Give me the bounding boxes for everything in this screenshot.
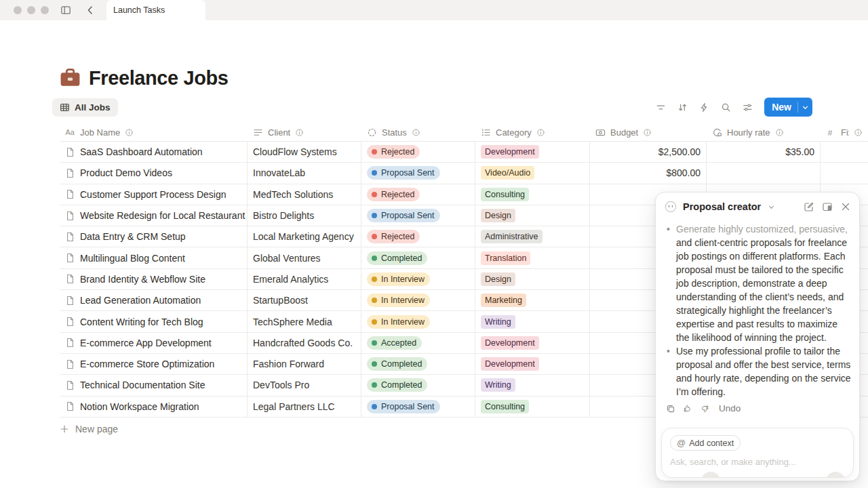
client-cell[interactable]: Bistro Delights xyxy=(248,205,361,226)
column-header-status[interactable]: Status xyxy=(361,123,475,141)
search-icon[interactable] xyxy=(717,98,734,116)
status-cell[interactable]: Proposal Sent xyxy=(361,205,475,226)
category-cell[interactable]: Consulting xyxy=(475,184,590,205)
close-window-button[interactable] xyxy=(14,6,22,14)
column-header-budget[interactable]: Budget xyxy=(590,123,707,141)
add-context-button[interactable]: @ Add context xyxy=(670,435,741,451)
new-page-button[interactable]: New page xyxy=(60,422,118,436)
fixed-price-cell[interactable] xyxy=(821,142,868,162)
category-cell[interactable]: Development xyxy=(475,142,590,162)
status-cell[interactable]: Accepted xyxy=(361,333,475,353)
column-header-job-name[interactable]: AaJob Name xyxy=(60,123,248,141)
filter-icon[interactable] xyxy=(652,98,669,116)
client-cell[interactable]: Fashion Forward xyxy=(248,354,361,374)
fixed-price-cell[interactable] xyxy=(821,163,868,183)
browser-tab[interactable]: Launch Tasks xyxy=(106,0,205,20)
column-header-hourly-rate[interactable]: Hourly rate xyxy=(707,123,821,141)
edit-prompt-icon[interactable] xyxy=(804,201,814,212)
budget-cell[interactable]: $800.00 xyxy=(590,163,707,183)
open-side-peek-icon[interactable] xyxy=(822,201,833,212)
client-cell[interactable]: CloudFlow Systems xyxy=(248,142,361,162)
category-cell[interactable]: Administrative xyxy=(475,226,590,247)
table-row[interactable]: SaaS Dashboard AutomationCloudFlow Syste… xyxy=(60,142,868,163)
status-cell[interactable]: Rejected xyxy=(361,226,475,247)
category-cell[interactable]: Writing xyxy=(475,375,590,395)
column-header-client[interactable]: Client xyxy=(248,123,361,141)
category-cell[interactable]: Translation xyxy=(475,247,590,268)
status-cell[interactable]: In Interview xyxy=(361,290,475,310)
column-header-fixed-pr[interactable]: #Fixed pr xyxy=(821,123,868,141)
panel-bullet-list: •Generate highly customized, persuasive,… xyxy=(656,217,859,399)
category-cell[interactable]: Development xyxy=(475,333,590,353)
client-cell[interactable]: TechSphere Media xyxy=(248,311,361,331)
chevron-down-icon[interactable] xyxy=(768,203,775,211)
client-cell[interactable]: Global Ventures xyxy=(248,247,361,268)
panel-title[interactable]: Proposal creator xyxy=(683,201,761,212)
thumbs-down-icon[interactable] xyxy=(700,404,709,413)
status-cell[interactable]: Completed xyxy=(361,354,475,374)
column-header-category[interactable]: Category xyxy=(475,123,590,141)
view-settings-icon[interactable] xyxy=(738,98,756,116)
status-cell[interactable]: Rejected xyxy=(361,184,475,205)
job-name-cell[interactable]: Product Demo Videos xyxy=(60,163,248,183)
window-titlebar: Launch Tasks xyxy=(0,0,868,20)
sidebar-toggle-icon[interactable] xyxy=(60,4,72,16)
back-button[interactable] xyxy=(84,4,96,16)
hourly-rate-cell[interactable] xyxy=(707,163,821,183)
budget-cell[interactable]: $2,500.00 xyxy=(590,142,707,162)
job-name-cell[interactable]: Multilingual Blog Content xyxy=(60,247,248,268)
sort-icon[interactable] xyxy=(673,98,691,116)
table-row[interactable]: Product Demo VideosInnovateLabProposal S… xyxy=(60,163,868,184)
status-cell[interactable]: In Interview xyxy=(361,311,475,331)
thumbs-up-icon[interactable] xyxy=(683,404,692,413)
chevron-down-icon xyxy=(802,104,809,111)
status-cell[interactable]: In Interview xyxy=(361,269,475,289)
category-cell[interactable]: Design xyxy=(475,205,590,226)
category-cell[interactable]: Consulting xyxy=(475,396,590,417)
job-name-cell[interactable]: Technical Documentation Site xyxy=(60,375,248,395)
job-name-cell[interactable]: Brand Identity & Webflow Site xyxy=(60,269,248,289)
job-name-cell[interactable]: E-commerce App Development xyxy=(60,333,248,353)
client-cell[interactable]: InnovateLab xyxy=(248,163,361,183)
input-action-button-right[interactable] xyxy=(826,472,845,478)
client-cell[interactable]: Local Marketing Agency xyxy=(248,226,361,247)
automation-lightning-icon[interactable] xyxy=(695,98,713,116)
client-cell[interactable]: Legal Partners LLC xyxy=(248,396,361,417)
job-name-cell[interactable]: Notion Workspace Migration xyxy=(60,396,248,417)
undo-button[interactable]: Undo xyxy=(719,403,741,413)
hourly-rate-cell[interactable]: $35.00 xyxy=(707,142,821,162)
category-cell[interactable]: Design xyxy=(475,269,590,289)
minimize-window-button[interactable] xyxy=(27,6,35,14)
status-cell[interactable]: Rejected xyxy=(361,142,475,162)
new-button[interactable]: New xyxy=(764,98,812,117)
close-icon[interactable] xyxy=(840,201,851,212)
status-cell[interactable]: Completed xyxy=(361,247,475,268)
client-cell[interactable]: Handcrafted Goods Co. xyxy=(248,333,361,353)
view-tab-label: All Jobs xyxy=(75,102,111,113)
client-cell[interactable]: DevTools Pro xyxy=(248,375,361,395)
job-name-cell[interactable]: SaaS Dashboard Automation xyxy=(60,142,248,162)
job-name-cell[interactable]: Website Redesign for Local Restaurant xyxy=(60,205,248,226)
input-action-button-left[interactable] xyxy=(701,472,720,478)
copy-icon[interactable] xyxy=(666,404,675,413)
job-name-cell[interactable]: Customer Support Process Design xyxy=(60,184,248,205)
status-cell[interactable]: Completed xyxy=(361,375,475,395)
job-name-cell[interactable]: E-commerce Store Optimization xyxy=(60,354,248,374)
view-tab-all-jobs[interactable]: All Jobs xyxy=(52,98,118,117)
ai-input-placeholder[interactable]: Ask, search, or make anything... xyxy=(670,457,845,467)
category-cell[interactable]: Development xyxy=(475,354,590,374)
client-cell[interactable]: MedTech Solutions xyxy=(248,184,361,205)
category-cell[interactable]: Writing xyxy=(475,311,590,331)
category-cell[interactable]: Marketing xyxy=(475,290,590,310)
job-name-cell[interactable]: Lead Generation Automation xyxy=(60,290,248,310)
status-cell[interactable]: Proposal Sent xyxy=(361,396,475,417)
job-name-cell[interactable]: Content Writing for Tech Blog xyxy=(60,311,248,331)
ai-input-card[interactable]: @ Add context Ask, search, or make anyth… xyxy=(661,428,854,478)
status-cell[interactable]: Proposal Sent xyxy=(361,163,475,183)
job-name-cell[interactable]: Data Entry & CRM Setup xyxy=(60,226,248,247)
client-cell[interactable]: Emerald Analytics xyxy=(248,269,361,289)
zoom-window-button[interactable] xyxy=(41,6,49,14)
client-cell[interactable]: StartupBoost xyxy=(248,290,361,310)
category-cell[interactable]: Video/Audio xyxy=(475,163,590,183)
table-view-icon xyxy=(60,102,70,113)
